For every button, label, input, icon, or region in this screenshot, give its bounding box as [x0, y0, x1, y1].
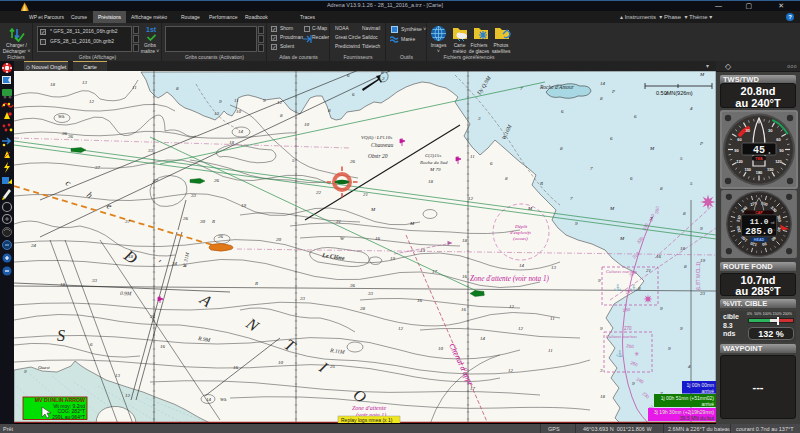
svg-text:12: 12: [398, 326, 404, 331]
svg-text:270: 270: [624, 326, 632, 331]
svg-text:13: 13: [115, 373, 121, 378]
svg-text:0.9M: 0.9M: [120, 290, 132, 296]
svg-text:25: 25: [330, 364, 336, 369]
svg-text:M: M: [649, 146, 655, 151]
svg-text:33: 33: [92, 278, 98, 283]
svg-text:27: 27: [153, 178, 159, 183]
svg-text:19: 19: [700, 258, 706, 263]
svg-text:16: 16: [417, 298, 423, 303]
svg-text:6: 6: [490, 161, 493, 166]
svg-text:12: 12: [125, 393, 131, 398]
svg-text:8: 8: [280, 113, 283, 118]
svg-text:P: P: [699, 141, 703, 146]
svg-text:⚓: ⚓: [630, 284, 638, 292]
svg-text:14: 14: [519, 263, 525, 268]
svg-text:20: 20: [276, 237, 282, 242]
svg-text:M 79: M 79: [429, 167, 441, 172]
svg-text:⚓: ⚓: [616, 350, 624, 358]
svg-text:90: 90: [734, 148, 739, 153]
svg-text:16: 16: [656, 254, 662, 259]
svg-text:Zone d'attente: Zone d'attente: [352, 405, 386, 411]
svg-text:36: 36: [62, 131, 68, 136]
svg-text:21: 21: [646, 268, 651, 273]
svg-text:TWA: TWA: [755, 157, 763, 161]
svg-text:14: 14: [206, 397, 212, 402]
svg-text:16: 16: [461, 307, 467, 312]
svg-text:VQ(6)+LFl.10s: VQ(6)+LFl.10s: [361, 135, 392, 140]
svg-text:285.0: 285.0: [745, 226, 773, 237]
svg-text:150: 150: [744, 167, 751, 172]
svg-text:M: M: [409, 221, 415, 226]
svg-text:60: 60: [776, 137, 781, 142]
svg-text:0.50MN(926m): 0.50MN(926m): [656, 90, 693, 96]
svg-text:23: 23: [300, 296, 306, 301]
svg-text:18: 18: [50, 82, 56, 87]
svg-text:36: 36: [350, 283, 356, 288]
svg-text:12: 12: [89, 99, 95, 104]
svg-text:180: 180: [756, 170, 763, 175]
svg-text:13: 13: [551, 265, 557, 270]
svg-text:18: 18: [600, 394, 606, 399]
svg-text:13: 13: [82, 80, 88, 85]
svg-text:23: 23: [700, 291, 706, 296]
svg-text:10: 10: [236, 109, 242, 114]
svg-text:19: 19: [241, 203, 247, 208]
svg-text:26: 26: [150, 314, 156, 319]
svg-text:18: 18: [428, 179, 434, 184]
svg-text:5: 5: [292, 158, 295, 163]
svg-text:M: M: [609, 206, 615, 211]
svg-text:26: 26: [214, 178, 220, 183]
svg-text:Chauveau: Chauveau: [371, 142, 394, 148]
svg-text:17: 17: [470, 386, 476, 391]
svg-text:I: I: [315, 358, 330, 376]
svg-text:(L.8T W.CL.1): (L.8T W.CL.1): [696, 262, 701, 290]
svg-text:Wk: Wk: [58, 114, 65, 119]
svg-text:W. 31M: W. 31M: [182, 251, 190, 268]
svg-text:Obstr 20: Obstr 20: [368, 153, 388, 159]
svg-text:Replay logs nmea (x 1): Replay logs nmea (x 1): [341, 417, 393, 423]
svg-text:11: 11: [470, 154, 475, 159]
svg-text:e: e: [105, 201, 114, 211]
svg-text:21: 21: [363, 192, 368, 197]
svg-text:120: 120: [736, 159, 743, 164]
svg-text:Wk: Wk: [220, 397, 227, 402]
svg-text:3: 3: [600, 368, 603, 373]
svg-text:16: 16: [462, 274, 468, 279]
svg-text:26: 26: [183, 216, 189, 221]
svg-text:11: 11: [548, 348, 553, 353]
svg-text:10: 10: [438, 346, 444, 351]
svg-text:8: 8: [505, 176, 508, 181]
svg-text:C(3)15s: C(3)15s: [425, 153, 441, 158]
svg-text:31: 31: [336, 219, 341, 224]
svg-text:19: 19: [390, 256, 396, 261]
svg-text:16: 16: [375, 236, 381, 241]
svg-text:T: T: [281, 336, 299, 356]
svg-text:R: R: [211, 219, 215, 224]
svg-text:M: M: [619, 236, 625, 241]
svg-text:d'explosifs: d'explosifs: [510, 230, 531, 235]
svg-text:34: 34: [172, 261, 178, 266]
svg-text:19: 19: [420, 248, 426, 253]
svg-text:h: h: [85, 190, 95, 201]
svg-text:18: 18: [128, 254, 134, 259]
svg-text:(occas): (occas): [513, 236, 528, 241]
svg-text:R: R: [539, 181, 543, 186]
svg-text:c: c: [64, 178, 73, 188]
svg-text:30: 30: [768, 128, 773, 133]
svg-text:22: 22: [316, 190, 322, 195]
svg-text:R.9M: R.9M: [197, 335, 211, 343]
svg-text:37: 37: [95, 165, 101, 170]
svg-text:Roche du Sud: Roche du Sud: [419, 160, 448, 165]
svg-text:12: 12: [518, 326, 524, 331]
svg-text:17: 17: [432, 269, 438, 274]
svg-text:26: 26: [218, 234, 224, 239]
svg-text:60: 60: [737, 137, 742, 142]
svg-text:14: 14: [600, 81, 606, 86]
svg-text:S: S: [57, 327, 65, 344]
svg-text:24: 24: [31, 243, 37, 248]
svg-text:◂: ◂: [768, 150, 770, 155]
svg-text:12: 12: [508, 368, 514, 373]
svg-text:Roche d'Amour: Roche d'Amour: [539, 84, 575, 90]
svg-text:299L au 064°T: 299L au 064°T: [52, 414, 85, 420]
svg-text:P: P: [611, 89, 615, 94]
